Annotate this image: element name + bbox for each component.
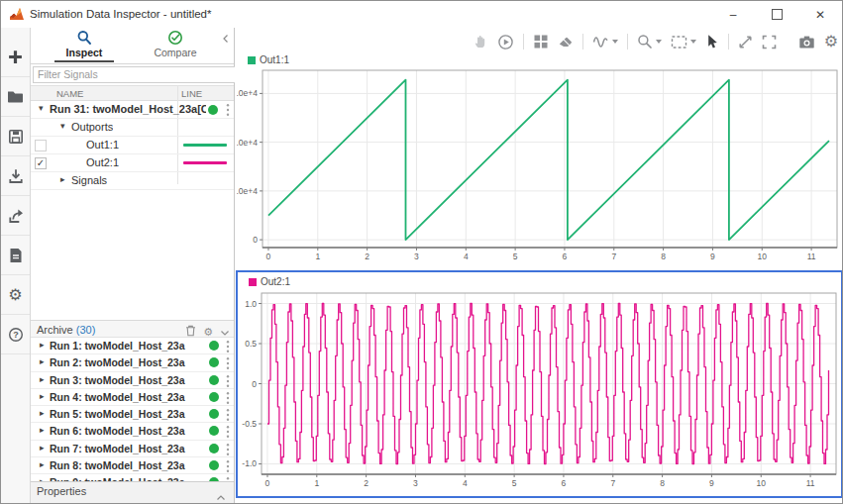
tree-row-outports[interactable]: ▾Outports (31, 119, 234, 137)
filter-signals-input[interactable]: Filter Signals (33, 66, 238, 83)
minimize-button[interactable]: – (711, 1, 755, 28)
tab-compare[interactable]: Compare (130, 29, 221, 62)
run-menu-icon[interactable] (226, 391, 230, 407)
fit-to-view-button[interactable] (671, 35, 696, 50)
chart-canvas-out1[interactable]: 0123456789101102.0e+44.0e+46.0e+4 (237, 50, 842, 269)
collapse-sidebar-button[interactable] (221, 30, 231, 48)
search-icon (76, 30, 92, 47)
clear-button[interactable] (558, 34, 574, 50)
checkbox-checked[interactable]: ✓ (35, 157, 47, 169)
run-menu-icon[interactable] (226, 356, 230, 372)
archive-row-run-8-twomodel-host-[interactable]: ▸Run 8: twoModel_Host_23a (31, 457, 234, 474)
dropdown-caret-icon[interactable] (612, 40, 618, 44)
add-button[interactable] (1, 38, 30, 77)
tree-row-out2-1[interactable]: ✓Out2:1 (31, 154, 234, 172)
svg-text:2.0e+4: 2.0e+4 (237, 186, 258, 196)
subplot-out1[interactable]: Out1:1 0123456789101102.0e+44.0e+46.0e+4 (237, 50, 842, 269)
open-button[interactable] (1, 77, 30, 117)
caret-expanded-icon[interactable]: ▾ (39, 103, 44, 113)
preferences-button[interactable]: ⚙ (1, 275, 30, 315)
tree-row-label: Signals (71, 174, 107, 186)
run-menu-icon[interactable] (226, 374, 230, 390)
checkbox-unchecked[interactable] (35, 140, 47, 151)
caret-collapsed-icon[interactable]: ▸ (40, 443, 45, 453)
run-status-dot (209, 341, 219, 351)
create-report-button[interactable] (1, 236, 30, 275)
run-menu-icon[interactable] (226, 425, 230, 441)
toolbar-separator (582, 34, 583, 50)
run-menu-icon[interactable] (226, 459, 230, 475)
close-button[interactable]: ✕ (798, 1, 842, 28)
pan-button[interactable] (474, 34, 488, 50)
tab-inspect-label: Inspect (66, 47, 103, 58)
archive-row-run-1-twomodel-host-[interactable]: ▸Run 1: twoModel_Host_23a (31, 338, 234, 354)
svg-text:1: 1 (315, 252, 320, 261)
archive-row-run-2-twomodel-host-[interactable]: ▸Run 2: twoModel_Host_23a (31, 354, 234, 371)
run-status-dot (208, 105, 218, 115)
svg-text:0: 0 (265, 478, 270, 488)
tree-row-out1-1[interactable]: Out1:1 (31, 137, 234, 154)
caret-collapsed-icon[interactable]: ▸ (40, 408, 45, 418)
caret-collapsed-icon[interactable]: ▸ (40, 356, 45, 366)
tree-row-label: Outports (71, 121, 113, 133)
caret-collapsed-icon[interactable]: ▸ (40, 340, 45, 350)
caret-expanded-icon[interactable]: ▾ (60, 121, 65, 131)
save-icon (8, 129, 24, 145)
run-menu-icon[interactable] (226, 443, 230, 458)
zoom-button[interactable] (637, 34, 662, 50)
run-menu-icon[interactable] (226, 408, 230, 424)
archive-row-run-5-twomodel-host-[interactable]: ▸Run 5: twoModel_Host_23a (31, 406, 234, 423)
save-button[interactable] (1, 117, 30, 156)
svg-text:2: 2 (364, 478, 369, 488)
archive-row-run-7-twomodel-host-[interactable]: ▸Run 7: twoModel_Host_23a (31, 441, 234, 457)
export-button[interactable] (1, 196, 30, 236)
hand-icon (474, 34, 488, 50)
run-status-dot (209, 460, 219, 470)
caret-collapsed-icon[interactable]: ▸ (40, 374, 45, 384)
archive-header[interactable]: Archive (30) ⚙ (31, 320, 234, 338)
svg-text:5: 5 (512, 478, 517, 488)
archive-settings-gear-icon[interactable]: ⚙ (203, 327, 213, 338)
properties-bar[interactable]: Properties (31, 481, 234, 504)
archive-row-label: Run 7: twoModel_Host_23a (50, 443, 185, 454)
run-menu-icon[interactable] (226, 340, 230, 355)
tree-row-label: Out1:1 (86, 139, 119, 151)
signal-options-button[interactable] (592, 34, 618, 50)
legend-out1: Out1:1 (248, 54, 289, 65)
archive-row-run-4-twomodel-host-[interactable]: ▸Run 4: twoModel_Host_23a (31, 389, 234, 406)
chart-canvas-out2[interactable]: 012345678910111.00.50-0.5-1.0 (238, 272, 841, 496)
archive-row-run-3-twomodel-host-[interactable]: ▸Run 3: twoModel_Host_23a (31, 372, 234, 389)
caret-collapsed-icon[interactable]: ▸ (40, 391, 45, 401)
caret-collapsed-icon[interactable]: ▸ (60, 174, 65, 184)
import-button[interactable] (1, 156, 30, 196)
expand-button[interactable] (738, 35, 753, 50)
fullscreen-button[interactable] (762, 35, 777, 50)
svg-text:6: 6 (562, 478, 567, 488)
settings-button[interactable]: ⚙ (824, 34, 838, 50)
replay-button[interactable] (497, 34, 514, 50)
dropdown-caret-icon[interactable] (656, 40, 662, 44)
run-menu-icon[interactable] (226, 103, 230, 119)
help-button[interactable]: ? (1, 315, 30, 354)
svg-text:7: 7 (610, 478, 615, 488)
pointer-button[interactable] (705, 34, 719, 50)
signal-line-swatch[interactable] (183, 161, 227, 164)
legend-swatch-out2 (249, 278, 257, 286)
tab-inspect[interactable]: Inspect (39, 29, 130, 62)
tree-row-signals[interactable]: ▸Signals (31, 172, 234, 190)
signal-line-swatch[interactable] (183, 144, 227, 147)
snapshot-button[interactable] (798, 35, 815, 50)
subplot-out2-selected[interactable]: Out2:1 012345678910111.00.50-0.5-1.0 (236, 270, 843, 498)
archive-row-run-6-twomodel-host-[interactable]: ▸Run 6: twoModel_Host_23a (31, 423, 234, 440)
layout-button[interactable] (533, 34, 549, 50)
tab-compare-label: Compare (154, 47, 196, 58)
legend-label-out2: Out2:1 (261, 276, 290, 287)
dropdown-caret-icon[interactable] (690, 40, 696, 44)
caret-collapsed-icon[interactable]: ▸ (40, 425, 45, 435)
tree-row-run-31-twomodel-host-23a-curre[interactable]: ▾Run 31: twoModel_Host_23a[Current] (31, 101, 234, 119)
svg-text:1.0: 1.0 (245, 299, 257, 309)
maximize-button[interactable] (755, 1, 798, 28)
svg-text:4: 4 (464, 252, 469, 261)
caret-collapsed-icon[interactable]: ▸ (40, 459, 45, 469)
svg-text:3: 3 (414, 252, 419, 261)
